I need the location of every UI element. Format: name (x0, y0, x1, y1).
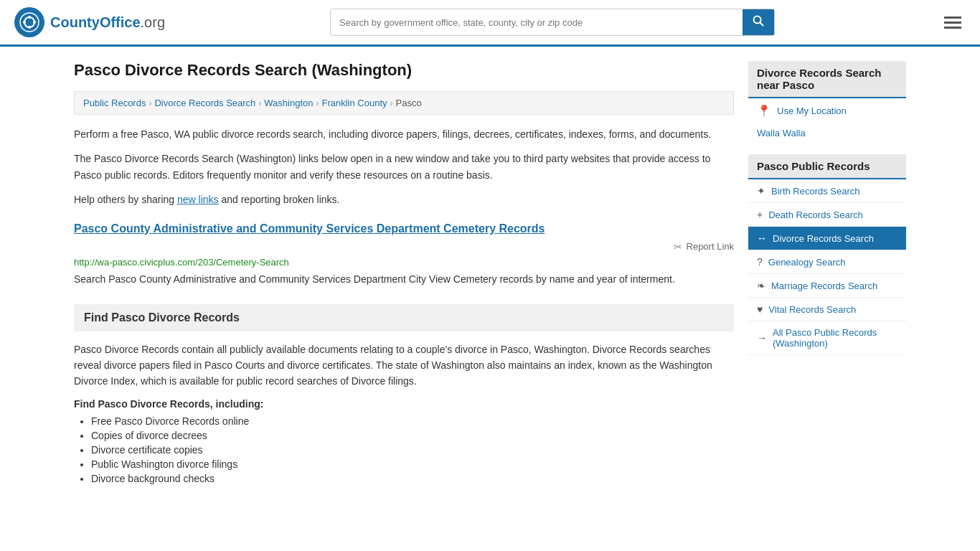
svg-point-2 (28, 16, 31, 19)
description-2: The Pasco Divorce Records Search (Washin… (74, 151, 734, 183)
description-1: Perform a free Pasco, WA public divorce … (74, 126, 734, 142)
search-bar (330, 9, 775, 36)
desc3-suffix: and reporting broken links. (219, 194, 340, 205)
sidebar-item[interactable]: ❧Marriage Records Search (748, 274, 906, 298)
sidebar-item-link[interactable]: All Pasco Public Records (Washington) (773, 327, 897, 349)
report-link-row: ✂ Report Link (74, 241, 734, 253)
list-item: Free Pasco Divorce Records online (91, 415, 734, 427)
description-3: Help others by sharing new links and rep… (74, 192, 734, 207)
breadcrumb-pasco: Pasco (396, 98, 422, 108)
list-item: Divorce background checks (91, 473, 734, 484)
sidebar-item-icon: ? (757, 256, 763, 268)
nearby-section-header: Divorce Records Search near Pasco (748, 61, 906, 98)
desc3-prefix: Help others by sharing (74, 194, 177, 205)
content-area: Pasco Divorce Records Search (Washington… (74, 61, 734, 487)
walla-walla-item: Walla Walla (748, 123, 906, 143)
sidebar-item-icon: ↔ (757, 232, 767, 244)
find-section: Find Pasco Divorce Records (74, 304, 734, 331)
sidebar-item-icon: ✦ (757, 185, 765, 197)
sidebar-item[interactable]: ✦Birth Records Search (748, 179, 906, 203)
breadcrumb-washington[interactable]: Washington (264, 98, 313, 108)
sidebar-item[interactable]: ?Genealogy Search (748, 250, 906, 274)
svg-line-7 (760, 23, 764, 27)
sidebar-item[interactable]: ↔Divorce Records Search (748, 227, 906, 250)
sidebar-item-link[interactable]: Birth Records Search (771, 186, 860, 197)
breadcrumb: Public Records › Divorce Records Search … (74, 91, 734, 115)
svg-point-3 (33, 21, 36, 24)
logo-text: CountyOffice.org (50, 14, 165, 31)
search-button[interactable] (743, 9, 774, 35)
location-icon: 📍 (757, 104, 771, 118)
record-link-title[interactable]: Pasco County Administrative and Communit… (74, 222, 734, 235)
sidebar-item[interactable]: →All Pasco Public Records (Washington) (748, 321, 906, 355)
sidebar-item-icon: ♥ (757, 303, 763, 315)
sidebar-item[interactable]: ♥Vital Records Search (748, 298, 906, 321)
new-links-link[interactable]: new links (177, 194, 219, 205)
sidebar-item-link[interactable]: Marriage Records Search (771, 281, 877, 291)
find-section-title: Find Pasco Divorce Records (84, 311, 724, 324)
logo-icon (14, 7, 44, 37)
record-description: Search Pasco County Administrative and C… (74, 272, 734, 287)
breadcrumb-sep-3: › (316, 98, 319, 108)
hamburger-menu[interactable] (940, 12, 966, 33)
svg-point-6 (754, 17, 761, 24)
breadcrumb-sep-1: › (149, 98, 151, 108)
page-title: Pasco Divorce Records Search (Washington… (74, 61, 734, 80)
record-link-section: Pasco County Administrative and Communit… (74, 222, 734, 287)
sidebar-item[interactable]: +Death Records Search (748, 203, 906, 227)
record-url-link[interactable]: http://wa-pasco.civicplus.com/203/Cemete… (74, 257, 289, 268)
sidebar-items: ✦Birth Records Search+Death Records Sear… (748, 179, 906, 355)
main-container: Pasco Divorce Records Search (Washington… (60, 47, 920, 501)
sidebar-item-link[interactable]: Death Records Search (768, 209, 863, 220)
public-records-section: Pasco Public Records ✦Birth Records Sear… (748, 154, 906, 355)
breadcrumb-public-records[interactable]: Public Records (83, 98, 146, 108)
sidebar-item-icon: ❧ (757, 280, 765, 291)
sidebar-item-link[interactable]: Divorce Records Search (773, 233, 874, 244)
use-location-item[interactable]: 📍 Use My Location (748, 98, 906, 123)
logo-area: CountyOffice.org (14, 7, 165, 37)
list-item: Divorce certificate copies (91, 444, 734, 456)
search-input[interactable] (331, 11, 743, 34)
list-item: Public Washington divorce filings (91, 458, 734, 470)
including-list: Free Pasco Divorce Records onlineCopies … (74, 415, 734, 484)
including-title: Find Pasco Divorce Records, including: (74, 398, 734, 410)
walla-walla-link[interactable]: Walla Walla (757, 128, 806, 138)
breadcrumb-divorce-records[interactable]: Divorce Records Search (154, 98, 255, 108)
sidebar-item-icon: → (757, 332, 767, 344)
sidebar-item-link[interactable]: Vital Records Search (768, 304, 856, 315)
sidebar-item-icon: + (757, 209, 763, 220)
list-item: Copies of divorce decrees (91, 430, 734, 441)
svg-point-4 (28, 26, 31, 29)
breadcrumb-franklin-county[interactable]: Franklin County (322, 98, 387, 108)
breadcrumb-sep-2: › (258, 98, 261, 108)
svg-point-5 (23, 21, 26, 24)
nearby-section: Divorce Records Search near Pasco 📍 Use … (748, 61, 906, 143)
breadcrumb-sep-4: › (390, 98, 393, 108)
use-location-link[interactable]: Use My Location (777, 105, 847, 116)
report-icon: ✂ (674, 241, 682, 253)
svg-point-0 (20, 13, 39, 32)
header: CountyOffice.org (0, 0, 980, 47)
sidebar: Divorce Records Search near Pasco 📍 Use … (748, 61, 906, 487)
sidebar-item-link[interactable]: Genealogy Search (768, 257, 846, 268)
find-description: Pasco Divorce Records contain all public… (74, 342, 734, 390)
record-url[interactable]: http://wa-pasco.civicplus.com/203/Cemete… (74, 257, 734, 268)
report-link-label[interactable]: Report Link (687, 241, 734, 252)
public-records-header: Pasco Public Records (748, 154, 906, 179)
